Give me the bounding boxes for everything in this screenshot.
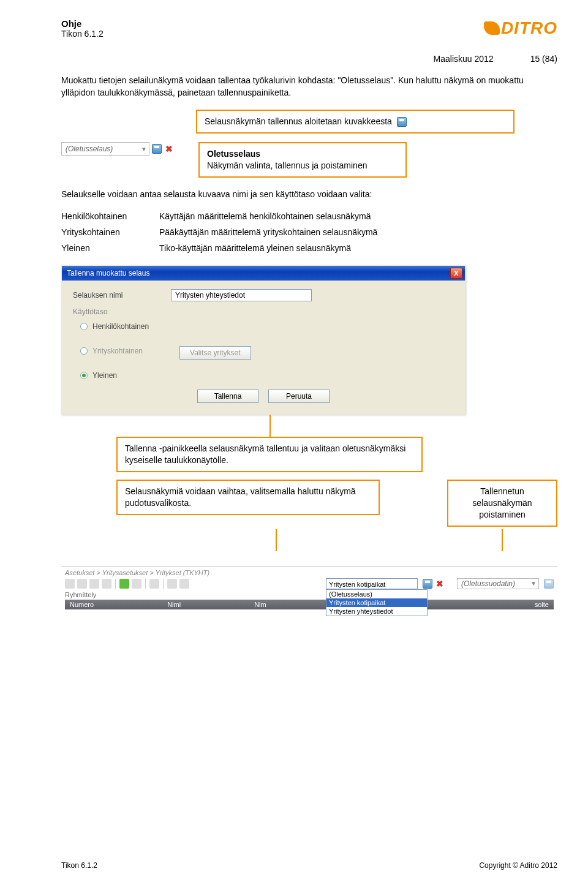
- intro-paragraph: Muokattu tietojen selailunäkymä voidaan …: [61, 75, 557, 99]
- field-label: Selauksen nimi: [73, 291, 159, 300]
- def-desc: Pääkäyttäjän määrittelemä yrityskohtaine…: [159, 227, 557, 237]
- subhead: Selaukselle voidaan antaa selausta kuvaa…: [61, 189, 557, 201]
- callout-delete-view: Tallennetun selausnäkymän poistaminen: [447, 480, 557, 527]
- breadcrumb: Asetukset > Yritysasetukset > Yritykset …: [65, 569, 554, 576]
- chevron-down-icon: ▼: [529, 580, 538, 587]
- save-icon[interactable]: [152, 144, 162, 154]
- footer-left: Tikon 6.1.2: [61, 861, 97, 870]
- select-companies-button: Valitse yritykset: [179, 346, 251, 360]
- toolbar-screenshot: Asetukset > Yritysasetukset > Yritykset …: [61, 566, 557, 609]
- save-browse-dialog: Tallenna muokattu selaus X Selauksen nim…: [61, 265, 466, 415]
- dropdown-item[interactable]: Yritysten yhteystiedot: [326, 607, 427, 616]
- search-icon[interactable]: [132, 579, 141, 589]
- print-icon[interactable]: [149, 579, 159, 589]
- refresh-icon[interactable]: [119, 579, 129, 589]
- page-number: 15 (84): [530, 54, 557, 64]
- tool-icon[interactable]: [179, 579, 189, 589]
- def-desc: Käyttäjän määrittelemä henkilökohtainen …: [159, 211, 557, 221]
- column-headers: Numero Nimi Nim soite: [65, 600, 554, 609]
- def-desc: Tiko-käyttäjän määrittelemä yleinen sela…: [159, 243, 557, 253]
- group-label: Käyttötaso: [73, 307, 454, 316]
- footer-right: Copyright © Aditro 2012: [479, 861, 557, 870]
- tool-icon[interactable]: [167, 579, 177, 589]
- callout-save-result: Tallenna -painikkeella selausnäkymä tall…: [116, 437, 423, 472]
- def-term: Yleinen: [61, 243, 159, 253]
- logo-icon: [484, 21, 500, 35]
- save-button[interactable]: Tallenna: [197, 390, 258, 403]
- doc-subtitle: Tikon 6.1.2: [61, 29, 104, 39]
- callout-default-browse: Oletusselaus Näkymän valinta, tallennus …: [198, 142, 407, 178]
- callout-save-start: Selausnäkymän tallennus aloitetaan kuvak…: [196, 110, 514, 134]
- browse-view-dropdown[interactable]: Yritysten kotipaikat (Oletusselaus) Yrit…: [326, 578, 418, 589]
- radio-personal[interactable]: Henkilökohtainen: [80, 322, 454, 331]
- save-icon: [397, 117, 407, 127]
- group-label: Ryhmittely: [65, 591, 554, 598]
- save-icon[interactable]: [423, 579, 432, 589]
- doc-date: Maaliskuu 2012: [434, 54, 494, 64]
- filter-dropdown[interactable]: (Oletussuodatin) ▼: [457, 578, 539, 589]
- cancel-button[interactable]: Peruuta: [268, 390, 330, 403]
- close-icon[interactable]: X: [450, 268, 462, 279]
- radio-general[interactable]: Yleinen: [80, 371, 454, 380]
- callout-switch-view: Selausnäkymiä voidaan vaihtaa, valitsema…: [116, 480, 380, 515]
- dialog-title: Tallenna muokattu selaus: [67, 269, 149, 277]
- definition-list: Henkilökohtainen Käyttäjän määrittelemä …: [61, 211, 557, 253]
- dropdown-item[interactable]: Yritysten kotipaikat: [326, 598, 427, 607]
- save-icon[interactable]: [544, 579, 554, 589]
- new-icon[interactable]: [65, 579, 75, 589]
- browse-name-input[interactable]: [171, 289, 312, 301]
- default-browse-dropdown[interactable]: (Oletusselaus) ▼ ✖: [61, 142, 174, 156]
- def-term: Henkilökohtainen: [61, 211, 159, 221]
- delete-icon[interactable]: ✖: [435, 579, 445, 589]
- copy-icon[interactable]: [89, 579, 99, 589]
- chevron-down-icon: ▼: [139, 146, 149, 153]
- dropdown-item[interactable]: (Oletusselaus): [326, 590, 427, 598]
- edit-icon[interactable]: [77, 579, 87, 589]
- def-term: Yrityskohtainen: [61, 227, 159, 237]
- delete-icon[interactable]: [102, 579, 111, 589]
- doc-title: Ohje: [61, 18, 104, 29]
- radio-company: Yrityskohtainen: [80, 347, 143, 355]
- delete-icon[interactable]: ✖: [164, 144, 174, 154]
- brand-logo: DITRO: [484, 18, 557, 38]
